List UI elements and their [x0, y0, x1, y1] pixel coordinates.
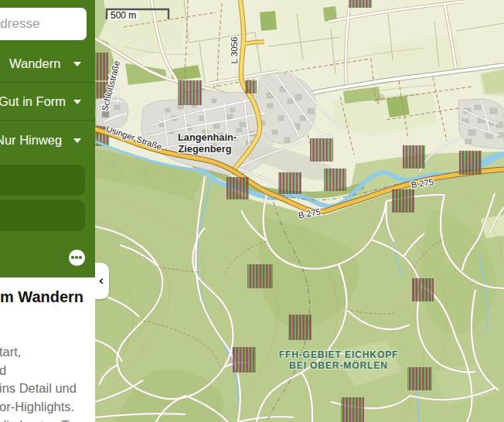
svg-text:BEI OBER-MÖRLEN: BEI OBER-MÖRLEN [289, 359, 388, 371]
striped-marker[interactable] [459, 151, 482, 175]
sidebar-collapse-button[interactable]: ‹ [95, 263, 109, 299]
action-button-2[interactable] [0, 200, 85, 231]
striped-marker[interactable] [95, 53, 108, 80]
action-button-1[interactable] [0, 165, 85, 196]
chevron-down-icon [73, 138, 81, 143]
striped-marker[interactable] [341, 397, 364, 422]
striped-marker[interactable] [324, 168, 346, 191]
striped-marker[interactable] [407, 367, 432, 390]
protected-area-label: FFH-GEBIET EICHKOPF BEI OBER-MÖRLEN [279, 349, 399, 371]
more-options-button[interactable] [69, 250, 85, 266]
striped-marker[interactable] [288, 315, 312, 340]
chevron-down-icon [73, 100, 81, 104]
striped-marker[interactable] [412, 278, 434, 301]
striped-marker[interactable] [226, 177, 249, 199]
dropdown-activity[interactable]: Wandern [0, 49, 95, 78]
separator [0, 120, 95, 121]
svg-text:FFH-GEBIET EICHKOPF: FFH-GEBIET EICHKOPF [279, 349, 399, 360]
striped-marker[interactable] [233, 347, 256, 373]
chevron-left-icon: ‹ [98, 274, 104, 288]
sidebar: Wandern Gut in Form Nur Hinweg Zum Wa [0, 0, 95, 422]
striped-marker[interactable] [392, 189, 414, 213]
map-canvas[interactable]: Langenhain- Ziegenberg L 3056 Usinger St… [95, 0, 504, 422]
striped-marker[interactable] [403, 145, 425, 168]
striped-marker[interactable] [245, 80, 257, 94]
town-label: Langenhain- [178, 131, 237, 143]
striped-marker[interactable] [247, 264, 273, 288]
sidebar-green-panel: Wandern Gut in Form Nur Hinweg [0, 0, 95, 277]
striped-marker[interactable] [310, 138, 333, 162]
dropdown-route-type-label: Nur Hinweg [0, 133, 62, 148]
address-search-input[interactable] [0, 8, 87, 40]
sidebar-info-panel: Zum Wandern tart, d ins Detail und or-Hi… [0, 277, 95, 422]
scale-label: 500 m [111, 10, 136, 21]
striped-marker[interactable] [278, 172, 301, 194]
dropdown-route-type[interactable]: Nur Hinweg [0, 125, 95, 155]
info-panel-heading: Zum Wandern [0, 288, 83, 306]
dropdown-activity-label: Wandern [9, 56, 60, 71]
dropdown-fitness[interactable]: Gut in Form [0, 87, 95, 116]
dropdown-fitness-label: Gut in Form [0, 94, 66, 109]
striped-marker[interactable] [349, 0, 372, 8]
town-label2: Ziegenberg [179, 143, 232, 155]
ellipsis-icon [71, 256, 73, 258]
info-panel-text: tart, d ins Detail und or-Highlights. di… [0, 343, 154, 422]
separator [0, 82, 95, 83]
road-label-l3056: L 3056 [230, 37, 239, 64]
app: Langenhain- Ziegenberg L 3056 Usinger St… [0, 0, 504, 422]
striped-marker[interactable] [178, 80, 202, 105]
chevron-down-icon [73, 62, 81, 66]
